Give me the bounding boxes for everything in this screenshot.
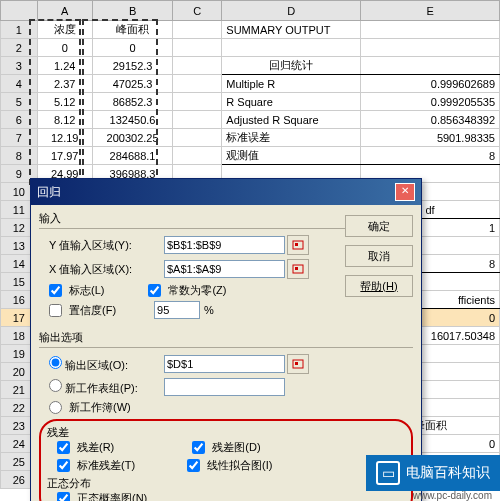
cell[interactable] xyxy=(173,39,222,57)
cell[interactable]: 17.97 xyxy=(37,147,92,165)
cell[interactable]: 86852.3 xyxy=(92,93,172,111)
cell[interactable] xyxy=(173,57,222,75)
corner-cell[interactable] xyxy=(1,1,38,21)
normal-section: 正态分布 xyxy=(47,476,405,491)
cell[interactable] xyxy=(222,39,361,57)
normal-prob-label: 正态概率图(N) xyxy=(77,491,147,501)
output-area-input[interactable] xyxy=(164,355,285,373)
cell[interactable]: R Square xyxy=(222,93,361,111)
residual-plot-checkbox[interactable] xyxy=(192,441,205,454)
cell[interactable]: 0.999602689 xyxy=(361,75,500,93)
cell[interactable]: 47025.3 xyxy=(92,75,172,93)
cell[interactable] xyxy=(173,129,222,147)
help-button[interactable]: 帮助(H) xyxy=(345,275,413,297)
col-header-d[interactable]: D xyxy=(222,1,361,21)
cell[interactable] xyxy=(173,111,222,129)
cell[interactable]: 0 xyxy=(92,39,172,57)
row-header[interactable]: 7 xyxy=(1,129,38,147)
cell[interactable]: 峰面积 xyxy=(92,21,172,39)
cell[interactable]: 0.999205535 xyxy=(361,93,500,111)
monitor-icon: ▭ xyxy=(376,461,400,485)
new-workbook-label: 新工作簿(W) xyxy=(69,400,131,415)
cell[interactable] xyxy=(173,93,222,111)
cell[interactable]: 2.37 xyxy=(37,75,92,93)
cell[interactable] xyxy=(173,21,222,39)
dialog-title: 回归 xyxy=(37,184,61,201)
svg-rect-2 xyxy=(295,243,298,246)
cell[interactable]: 0 xyxy=(37,39,92,57)
cell[interactable]: SUMMARY OUTPUT xyxy=(222,21,361,39)
percent-label: % xyxy=(204,304,214,316)
dialog-titlebar[interactable]: 回归 ✕ xyxy=(31,179,421,205)
svg-rect-4 xyxy=(295,267,298,270)
cell[interactable]: 0.856348392 xyxy=(361,111,500,129)
cell[interactable] xyxy=(173,75,222,93)
cell[interactable]: 200302.25 xyxy=(92,129,172,147)
col-header-e[interactable]: E xyxy=(361,1,500,21)
cell[interactable]: 5901.98335 xyxy=(361,129,500,147)
cell[interactable]: Adjusted R Square xyxy=(222,111,361,129)
cancel-button[interactable]: 取消 xyxy=(345,245,413,267)
row-header[interactable]: 1 xyxy=(1,21,38,39)
cell[interactable]: 12.19 xyxy=(37,129,92,147)
new-workbook-radio[interactable] xyxy=(49,401,62,414)
cell[interactable]: 5.12 xyxy=(37,93,92,111)
residuals-checkbox[interactable] xyxy=(57,441,70,454)
ref-edit-button[interactable] xyxy=(287,235,309,255)
cell[interactable]: 标准误差 xyxy=(222,129,361,147)
row-header[interactable]: 2 xyxy=(1,39,38,57)
output-area-label: 输出区域(O): xyxy=(39,356,164,373)
banner-url: www.pc-daily.com xyxy=(413,490,492,501)
confidence-checkbox[interactable] xyxy=(49,304,62,317)
cell[interactable] xyxy=(361,21,500,39)
new-worksheet-input[interactable] xyxy=(164,378,285,396)
line-fit-label: 线性拟合图(I) xyxy=(207,458,272,473)
x-range-input[interactable] xyxy=(164,260,285,278)
close-button[interactable]: ✕ xyxy=(395,183,415,201)
cell[interactable]: 8 xyxy=(361,147,500,165)
col-header-a[interactable]: A xyxy=(37,1,92,21)
new-worksheet-radio[interactable] xyxy=(49,379,62,392)
cell[interactable]: 浓度 xyxy=(37,21,92,39)
col-header-c[interactable]: C xyxy=(173,1,222,21)
normal-prob-checkbox[interactable] xyxy=(57,492,70,501)
x-range-label: X 值输入区域(X): xyxy=(39,262,164,277)
cell[interactable] xyxy=(361,39,500,57)
const-zero-checkbox[interactable] xyxy=(148,284,161,297)
row-header[interactable]: 4 xyxy=(1,75,38,93)
cell[interactable]: 132450.6 xyxy=(92,111,172,129)
ref-edit-button[interactable] xyxy=(287,354,309,374)
svg-rect-6 xyxy=(295,362,298,365)
cell[interactable]: 29152.3 xyxy=(92,57,172,75)
row-header[interactable]: 3 xyxy=(1,57,38,75)
cell[interactable]: 8.12 xyxy=(37,111,92,129)
new-worksheet-label: 新工作表组(P): xyxy=(39,379,164,396)
cell[interactable]: 回归统计 xyxy=(222,57,361,75)
std-residuals-checkbox[interactable] xyxy=(57,459,70,472)
watermark-banner: ▭ 电脑百科知识 xyxy=(366,455,500,491)
confidence-input[interactable] xyxy=(154,301,200,319)
ref-edit-button[interactable] xyxy=(287,259,309,279)
cell[interactable] xyxy=(173,147,222,165)
cell[interactable]: Multiple R xyxy=(222,75,361,93)
residual-section: 残差 xyxy=(47,425,405,440)
y-range-label: Y 值输入区域(Y): xyxy=(39,238,164,253)
regression-dialog: 回归 ✕ 确定 取消 帮助(H) 输入 Y 值输入区域(Y): X 值输入区域(… xyxy=(30,178,422,501)
col-header-b[interactable]: B xyxy=(92,1,172,21)
row-header[interactable]: 6 xyxy=(1,111,38,129)
ok-button[interactable]: 确定 xyxy=(345,215,413,237)
y-range-input[interactable] xyxy=(164,236,285,254)
output-section: 输出选项 xyxy=(39,330,413,345)
labels-checkbox-label: 标志(L) xyxy=(69,283,104,298)
cell[interactable]: 观测值 xyxy=(222,147,361,165)
cell[interactable]: 284688.1 xyxy=(92,147,172,165)
line-fit-checkbox[interactable] xyxy=(187,459,200,472)
residual-highlight-box: 残差 残差(R) 残差图(D) 标准残差(T) 线性拟合图(I) 正态分布 正态… xyxy=(39,419,413,501)
labels-checkbox[interactable] xyxy=(49,284,62,297)
cell[interactable]: 1.24 xyxy=(37,57,92,75)
row-header[interactable]: 8 xyxy=(1,147,38,165)
residual-plot-label: 残差图(D) xyxy=(212,440,260,455)
cell[interactable] xyxy=(361,57,500,75)
row-header[interactable]: 5 xyxy=(1,93,38,111)
output-area-radio[interactable] xyxy=(49,356,62,369)
